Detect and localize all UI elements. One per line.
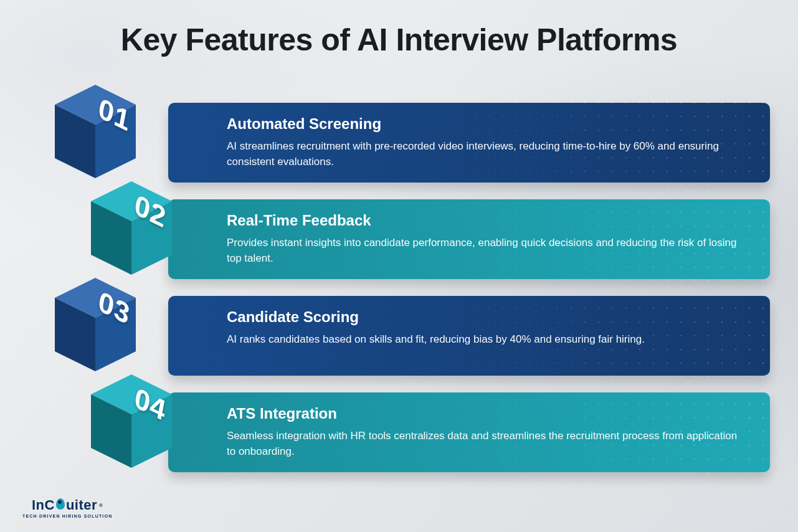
feature-panel: Candidate Scoring AI ranks candidates ba… [168,296,770,376]
feature-desc: Provides instant insights into candidate… [227,235,738,266]
brand-logo: InC uiter ® TECH DRIVEN HIRING SOLUTION [22,497,112,518]
feature-panel: Real-Time Feedback Provides instant insi… [168,199,770,279]
feature-number-cube: 03 [55,278,142,384]
feature-row: Automated Screening AI streamlines recru… [0,93,798,190]
feature-row: Candidate Scoring AI ranks candidates ba… [0,287,798,383]
feature-number-cube: 04 [91,374,178,480]
feature-row: ATS Integration Seamless integration wit… [0,383,798,480]
page-title: Key Features of AI Interview Platforms [0,22,798,58]
feature-title: ATS Integration [227,405,745,422]
feature-title: Candidate Scoring [227,308,745,326]
logo-text-left: InC [32,497,55,513]
feature-desc: AI streamlines recruitment with pre-reco… [227,139,738,169]
logo-text-right: uiter [66,497,97,513]
brand-logo-text: InC uiter ® [32,497,103,513]
feature-number-cube: 01 [55,85,142,191]
feature-list: Automated Screening AI streamlines recru… [0,93,798,480]
logo-pin-icon [56,498,65,510]
feature-title: Automated Screening [227,115,745,133]
registered-mark: ® [99,503,103,508]
feature-row: Real-Time Feedback Provides instant insi… [0,190,798,287]
feature-desc: Seamless integration with HR tools centr… [227,429,738,459]
feature-panel: ATS Integration Seamless integration wit… [168,392,770,472]
feature-panel: Automated Screening AI streamlines recru… [168,103,770,183]
feature-desc: AI ranks candidates based on skills and … [227,332,738,348]
feature-number-cube: 02 [91,181,178,287]
feature-title: Real-Time Feedback [227,212,745,229]
brand-tagline: TECH DRIVEN HIRING SOLUTION [22,514,112,518]
